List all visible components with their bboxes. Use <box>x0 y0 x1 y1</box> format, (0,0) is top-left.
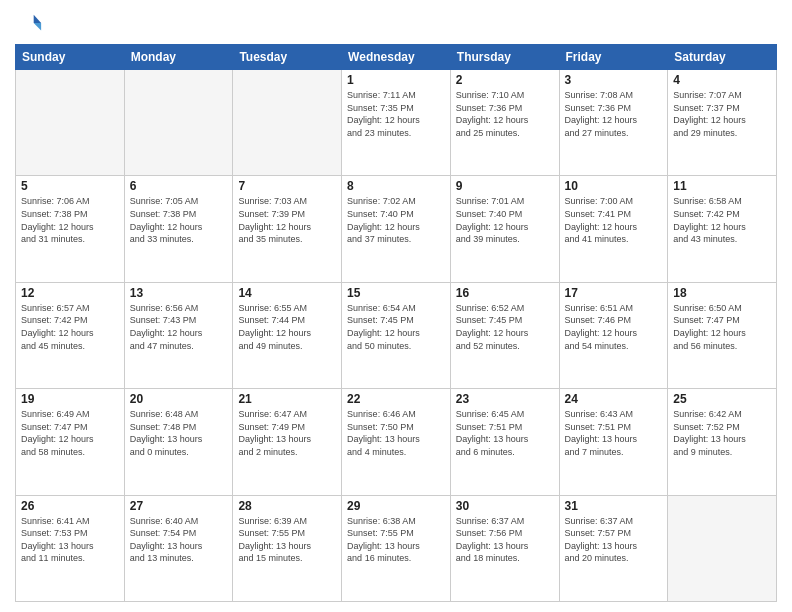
day-number: 28 <box>238 499 336 513</box>
calendar-cell: 26Sunrise: 6:41 AM Sunset: 7:53 PM Dayli… <box>16 495 125 601</box>
day-number: 3 <box>565 73 663 87</box>
calendar-cell: 30Sunrise: 6:37 AM Sunset: 7:56 PM Dayli… <box>450 495 559 601</box>
day-number: 17 <box>565 286 663 300</box>
calendar-cell: 8Sunrise: 7:02 AM Sunset: 7:40 PM Daylig… <box>342 176 451 282</box>
day-info: Sunrise: 6:37 AM Sunset: 7:57 PM Dayligh… <box>565 515 663 565</box>
day-number: 26 <box>21 499 119 513</box>
day-info: Sunrise: 6:58 AM Sunset: 7:42 PM Dayligh… <box>673 195 771 245</box>
calendar-cell <box>16 70 125 176</box>
day-info: Sunrise: 7:02 AM Sunset: 7:40 PM Dayligh… <box>347 195 445 245</box>
day-number: 2 <box>456 73 554 87</box>
day-number: 23 <box>456 392 554 406</box>
day-info: Sunrise: 6:48 AM Sunset: 7:48 PM Dayligh… <box>130 408 228 458</box>
calendar-cell: 17Sunrise: 6:51 AM Sunset: 7:46 PM Dayli… <box>559 282 668 388</box>
day-info: Sunrise: 7:10 AM Sunset: 7:36 PM Dayligh… <box>456 89 554 139</box>
day-number: 30 <box>456 499 554 513</box>
day-number: 31 <box>565 499 663 513</box>
day-number: 5 <box>21 179 119 193</box>
day-info: Sunrise: 6:42 AM Sunset: 7:52 PM Dayligh… <box>673 408 771 458</box>
week-row-3: 19Sunrise: 6:49 AM Sunset: 7:47 PM Dayli… <box>16 389 777 495</box>
day-info: Sunrise: 6:49 AM Sunset: 7:47 PM Dayligh… <box>21 408 119 458</box>
day-number: 11 <box>673 179 771 193</box>
day-number: 4 <box>673 73 771 87</box>
day-number: 20 <box>130 392 228 406</box>
day-number: 24 <box>565 392 663 406</box>
page: SundayMondayTuesdayWednesdayThursdayFrid… <box>0 0 792 612</box>
calendar-cell: 4Sunrise: 7:07 AM Sunset: 7:37 PM Daylig… <box>668 70 777 176</box>
calendar-cell <box>668 495 777 601</box>
weekday-thursday: Thursday <box>450 45 559 70</box>
calendar-cell: 16Sunrise: 6:52 AM Sunset: 7:45 PM Dayli… <box>450 282 559 388</box>
day-number: 12 <box>21 286 119 300</box>
weekday-sunday: Sunday <box>16 45 125 70</box>
day-info: Sunrise: 7:03 AM Sunset: 7:39 PM Dayligh… <box>238 195 336 245</box>
calendar-cell: 25Sunrise: 6:42 AM Sunset: 7:52 PM Dayli… <box>668 389 777 495</box>
day-info: Sunrise: 6:43 AM Sunset: 7:51 PM Dayligh… <box>565 408 663 458</box>
calendar-cell: 9Sunrise: 7:01 AM Sunset: 7:40 PM Daylig… <box>450 176 559 282</box>
day-number: 18 <box>673 286 771 300</box>
calendar-table: SundayMondayTuesdayWednesdayThursdayFrid… <box>15 44 777 602</box>
day-number: 21 <box>238 392 336 406</box>
day-number: 15 <box>347 286 445 300</box>
calendar-cell <box>233 70 342 176</box>
day-info: Sunrise: 6:54 AM Sunset: 7:45 PM Dayligh… <box>347 302 445 352</box>
calendar-cell: 20Sunrise: 6:48 AM Sunset: 7:48 PM Dayli… <box>124 389 233 495</box>
calendar-cell <box>124 70 233 176</box>
day-info: Sunrise: 6:50 AM Sunset: 7:47 PM Dayligh… <box>673 302 771 352</box>
calendar-cell: 29Sunrise: 6:38 AM Sunset: 7:55 PM Dayli… <box>342 495 451 601</box>
day-number: 16 <box>456 286 554 300</box>
day-number: 27 <box>130 499 228 513</box>
day-info: Sunrise: 6:57 AM Sunset: 7:42 PM Dayligh… <box>21 302 119 352</box>
calendar-cell: 7Sunrise: 7:03 AM Sunset: 7:39 PM Daylig… <box>233 176 342 282</box>
calendar-cell: 12Sunrise: 6:57 AM Sunset: 7:42 PM Dayli… <box>16 282 125 388</box>
day-number: 7 <box>238 179 336 193</box>
logo <box>15 10 47 38</box>
week-row-0: 1Sunrise: 7:11 AM Sunset: 7:35 PM Daylig… <box>16 70 777 176</box>
calendar-cell: 14Sunrise: 6:55 AM Sunset: 7:44 PM Dayli… <box>233 282 342 388</box>
day-number: 10 <box>565 179 663 193</box>
day-info: Sunrise: 6:37 AM Sunset: 7:56 PM Dayligh… <box>456 515 554 565</box>
calendar-cell: 1Sunrise: 7:11 AM Sunset: 7:35 PM Daylig… <box>342 70 451 176</box>
day-info: Sunrise: 6:41 AM Sunset: 7:53 PM Dayligh… <box>21 515 119 565</box>
calendar-cell: 19Sunrise: 6:49 AM Sunset: 7:47 PM Dayli… <box>16 389 125 495</box>
day-number: 29 <box>347 499 445 513</box>
calendar-cell: 11Sunrise: 6:58 AM Sunset: 7:42 PM Dayli… <box>668 176 777 282</box>
day-info: Sunrise: 6:46 AM Sunset: 7:50 PM Dayligh… <box>347 408 445 458</box>
weekday-monday: Monday <box>124 45 233 70</box>
day-info: Sunrise: 7:07 AM Sunset: 7:37 PM Dayligh… <box>673 89 771 139</box>
calendar-cell: 24Sunrise: 6:43 AM Sunset: 7:51 PM Dayli… <box>559 389 668 495</box>
weekday-saturday: Saturday <box>668 45 777 70</box>
day-info: Sunrise: 7:06 AM Sunset: 7:38 PM Dayligh… <box>21 195 119 245</box>
day-info: Sunrise: 6:52 AM Sunset: 7:45 PM Dayligh… <box>456 302 554 352</box>
calendar-cell: 5Sunrise: 7:06 AM Sunset: 7:38 PM Daylig… <box>16 176 125 282</box>
week-row-4: 26Sunrise: 6:41 AM Sunset: 7:53 PM Dayli… <box>16 495 777 601</box>
day-number: 13 <box>130 286 228 300</box>
svg-marker-1 <box>34 23 41 30</box>
calendar-cell: 27Sunrise: 6:40 AM Sunset: 7:54 PM Dayli… <box>124 495 233 601</box>
day-info: Sunrise: 6:55 AM Sunset: 7:44 PM Dayligh… <box>238 302 336 352</box>
weekday-header-row: SundayMondayTuesdayWednesdayThursdayFrid… <box>16 45 777 70</box>
calendar-cell: 6Sunrise: 7:05 AM Sunset: 7:38 PM Daylig… <box>124 176 233 282</box>
day-info: Sunrise: 6:56 AM Sunset: 7:43 PM Dayligh… <box>130 302 228 352</box>
day-info: Sunrise: 6:45 AM Sunset: 7:51 PM Dayligh… <box>456 408 554 458</box>
calendar-cell: 13Sunrise: 6:56 AM Sunset: 7:43 PM Dayli… <box>124 282 233 388</box>
weekday-wednesday: Wednesday <box>342 45 451 70</box>
day-info: Sunrise: 7:08 AM Sunset: 7:36 PM Dayligh… <box>565 89 663 139</box>
weekday-tuesday: Tuesday <box>233 45 342 70</box>
calendar-cell: 10Sunrise: 7:00 AM Sunset: 7:41 PM Dayli… <box>559 176 668 282</box>
week-row-1: 5Sunrise: 7:06 AM Sunset: 7:38 PM Daylig… <box>16 176 777 282</box>
weekday-friday: Friday <box>559 45 668 70</box>
day-number: 9 <box>456 179 554 193</box>
day-info: Sunrise: 6:51 AM Sunset: 7:46 PM Dayligh… <box>565 302 663 352</box>
week-row-2: 12Sunrise: 6:57 AM Sunset: 7:42 PM Dayli… <box>16 282 777 388</box>
calendar-cell: 18Sunrise: 6:50 AM Sunset: 7:47 PM Dayli… <box>668 282 777 388</box>
day-info: Sunrise: 7:01 AM Sunset: 7:40 PM Dayligh… <box>456 195 554 245</box>
calendar-cell: 15Sunrise: 6:54 AM Sunset: 7:45 PM Dayli… <box>342 282 451 388</box>
calendar-cell: 28Sunrise: 6:39 AM Sunset: 7:55 PM Dayli… <box>233 495 342 601</box>
calendar-cell: 22Sunrise: 6:46 AM Sunset: 7:50 PM Dayli… <box>342 389 451 495</box>
calendar-cell: 3Sunrise: 7:08 AM Sunset: 7:36 PM Daylig… <box>559 70 668 176</box>
calendar-cell: 31Sunrise: 6:37 AM Sunset: 7:57 PM Dayli… <box>559 495 668 601</box>
day-number: 6 <box>130 179 228 193</box>
day-info: Sunrise: 6:47 AM Sunset: 7:49 PM Dayligh… <box>238 408 336 458</box>
calendar-cell: 2Sunrise: 7:10 AM Sunset: 7:36 PM Daylig… <box>450 70 559 176</box>
